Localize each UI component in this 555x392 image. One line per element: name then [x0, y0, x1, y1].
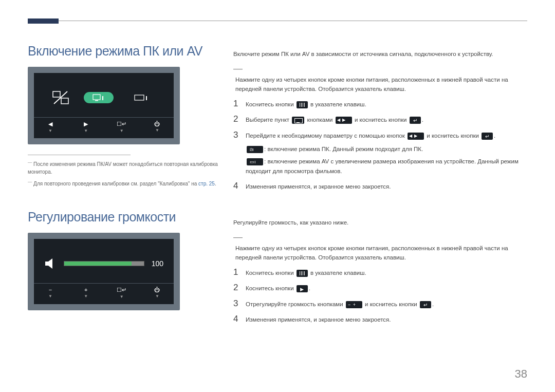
step-1-2: 2 Выберите пункт кнопками и коснитесь кн…: [233, 114, 527, 124]
pc-mode-icon: [247, 146, 263, 153]
intro-volume: Регулируйте громкость, как указано ниже.: [233, 218, 527, 227]
osd-vol-power: ⏻▼: [150, 287, 164, 299]
osd-vol-enter: ☐↵▼: [115, 287, 129, 299]
mode-av-unselected: [127, 92, 157, 103]
osd-nav-right: ▶▼: [79, 121, 93, 133]
mode-pc-selected: [84, 92, 114, 103]
mode-select-icon: [292, 117, 304, 124]
step-1-1: 1 Коснитесь кнопки в указателе клавиш.: [233, 99, 527, 109]
svg-rect-0: [53, 91, 60, 97]
heading-volume: Регулирование громкости: [28, 210, 223, 225]
svg-rect-3: [93, 95, 100, 100]
menu-bars-icon: [297, 101, 308, 108]
osd-vol-plus: +▼: [79, 287, 93, 299]
menu-bars-icon: [297, 270, 308, 277]
footnote-2: ― Для повторного проведения калибровки с…: [28, 179, 223, 188]
step-1-3: 3 Перейдите к необходимому параметру с п…: [233, 130, 527, 176]
speaker-icon: [44, 258, 57, 269]
svg-rect-1: [61, 98, 68, 104]
speaker-icon: [297, 285, 308, 292]
svg-rect-5: [102, 96, 103, 100]
svg-rect-7: [146, 96, 147, 100]
header-block: [28, 18, 59, 24]
enter-icon: [420, 301, 431, 308]
heading-pc-av: Включение режима ПК или AV: [28, 44, 223, 59]
step-2-1: 1 Коснитесь кнопки в указателе клавиш.: [233, 267, 527, 277]
av-mode-icon: [247, 158, 263, 165]
step-2-2: 2 Коснитесь кнопки .: [233, 283, 527, 293]
svg-rect-6: [135, 95, 144, 100]
left-right-icon: [408, 133, 424, 140]
enter-icon: [410, 117, 421, 124]
osd-nav-enter: ☐↵▼: [115, 121, 129, 133]
mode-crossed-icon: [51, 89, 70, 106]
svg-rect-4: [95, 100, 98, 101]
step-2-4: 4 Изменения применятся, и экранное меню …: [233, 314, 527, 324]
svg-line-2: [54, 91, 67, 104]
svg-marker-8: [45, 258, 52, 269]
step-2-3: 3 Отрегулируйте громкость кнопками и кос…: [233, 298, 527, 309]
osd-nav-left: ◀▼: [43, 121, 58, 133]
header-rule: [28, 21, 527, 21]
osd-pcav: ◀▼ ▶▼ ☐↵▼ ⏻▼: [28, 67, 180, 144]
osd-nav-power: ⏻▼: [150, 121, 164, 133]
left-right-icon: [336, 117, 352, 124]
footnote-rule: [28, 155, 131, 155]
plus-minus-icon: [346, 301, 362, 308]
page-number: 38: [515, 367, 527, 381]
step-1-4: 4 Изменения применятся, и экранное меню …: [233, 181, 527, 191]
osd-volume: 100 −▼ +▼ ☐↵▼ ⏻▼: [28, 233, 180, 310]
enter-icon: [482, 133, 493, 140]
footnote-1: ― После изменения режима ПК/AV может пон…: [28, 159, 223, 176]
link-page25[interactable]: стр. 25: [198, 181, 215, 187]
note-volume: ―Нажмите одну из четырех кнопок кроме кн…: [233, 230, 527, 262]
volume-value: 100: [152, 259, 163, 268]
volume-bar: [64, 261, 144, 266]
intro-pcav: Включите режим ПК или AV в зависимости о…: [233, 50, 527, 59]
note-pcav: ―Нажмите одну из четырех кнопок кроме кн…: [233, 62, 527, 94]
osd-vol-minus: −▼: [43, 287, 58, 299]
